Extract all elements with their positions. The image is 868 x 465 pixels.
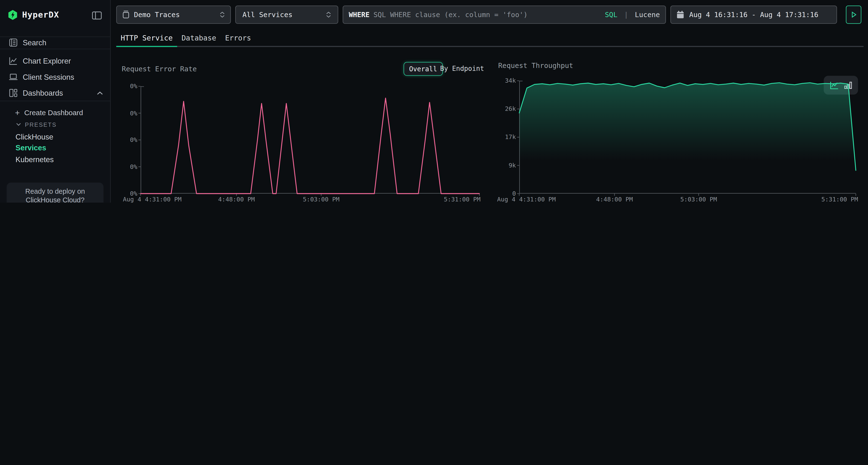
create-dashboard-button[interactable]: + Create Dashboard [0, 108, 111, 117]
service-tabs: HTTP Service Database Errors [116, 32, 863, 47]
brand-name: HyperDX [22, 10, 59, 20]
where-input[interactable]: WHERE SQL WHERE clause (ex. column = 'fo… [343, 5, 666, 24]
y-tick-label: 9k [508, 162, 516, 169]
select-chevrons-icon [326, 11, 331, 18]
tab-errors[interactable]: Errors [221, 32, 255, 46]
y-tick-label: 17k [505, 133, 516, 141]
sidebar-item-kubernetes[interactable]: Kubernetes [0, 155, 111, 164]
y-axis: 34k26k17k9k0 [497, 81, 519, 194]
sidebar-item-dashboards[interactable]: Dashboards [0, 86, 111, 100]
lucene-mode-toggle[interactable]: Lucene [635, 10, 660, 19]
x-tick-label: 4:48:00 PM [218, 196, 255, 203]
sidebar-item-label: Client Sessions [23, 73, 74, 81]
clickhouse-cloud-promo: Ready to deploy on ClickHouse Cloud? Get… [7, 182, 104, 203]
database-icon [122, 10, 129, 19]
source-select[interactable]: Demo Traces [116, 5, 231, 24]
error-rate-chart[interactable]: 0%0%0%0%0%Aug 4 4:31:00 PM4:48:00 PM5:03… [123, 86, 480, 203]
sidebar-item-label: Chart Explorer [23, 57, 71, 65]
sidebar-item-chart-explorer[interactable]: Chart Explorer [0, 54, 111, 68]
service-select-value: All Services [243, 10, 292, 19]
laptop-icon [8, 72, 18, 82]
error-rate-panel-title: Request Error Rate [122, 65, 197, 73]
sidebar-item-search[interactable]: Search [0, 35, 111, 50]
dashboards-icon [8, 88, 18, 98]
date-range-picker[interactable]: Aug 4 16:31:16 - Aug 4 17:31:16 [670, 5, 837, 24]
chevron-up-icon[interactable] [97, 91, 103, 95]
service-select[interactable]: All Services [235, 5, 338, 24]
play-icon [851, 11, 856, 18]
tab-http-service[interactable]: HTTP Service [116, 32, 177, 46]
divider [0, 101, 111, 101]
sidebar-item-services[interactable]: Services [0, 143, 111, 152]
hyperdx-logo-icon [8, 10, 18, 20]
x-tick-label: Aug 4 4:31:00 PM [497, 196, 556, 203]
x-axis: Aug 4 4:31:00 PM4:48:00 PM5:03:00 PM5:31… [497, 196, 858, 203]
x-tick-label: Aug 4 4:31:00 PM [123, 196, 182, 203]
where-placeholder: SQL WHERE clause (ex. column = 'foo') [373, 10, 601, 19]
run-query-button[interactable] [846, 5, 861, 24]
y-tick-label: 0% [130, 163, 137, 170]
mode-divider: | [621, 10, 631, 19]
where-keyword: WHERE [349, 10, 369, 19]
divider [0, 49, 111, 49]
plus-icon: + [15, 108, 20, 117]
throughput-panel-title: Request Throughput [498, 61, 573, 70]
y-tick-label: 0% [130, 110, 137, 117]
plot-area[interactable] [519, 81, 856, 194]
tab-database[interactable]: Database [177, 32, 221, 46]
search-journal-icon [8, 38, 18, 47]
x-tick-label: 5:31:00 PM [822, 196, 858, 203]
source-select-value: Demo Traces [134, 10, 180, 19]
chevron-down-icon [16, 123, 21, 126]
sidebar-item-client-sessions[interactable]: Client Sessions [0, 70, 111, 84]
y-tick-label: 0% [130, 82, 137, 90]
by-endpoint-toggle[interactable]: By Endpoint [440, 65, 484, 72]
calendar-icon [677, 10, 684, 19]
y-tick-label: 0% [130, 136, 137, 143]
sidebar-item-clickhouse[interactable]: ClickHouse [0, 132, 111, 141]
sql-mode-toggle[interactable]: SQL [605, 10, 618, 19]
y-tick-label: 26k [505, 105, 516, 112]
throughput-chart[interactable]: 34k26k17k9k0Aug 4 4:31:00 PM4:48:00 PM5:… [497, 81, 858, 203]
overall-toggle-button[interactable]: Overall [404, 62, 443, 76]
sidebar-collapse-icon[interactable] [92, 11, 102, 20]
y-tick-label: 34k [505, 77, 516, 84]
x-tick-label: 5:31:00 PM [444, 196, 480, 203]
date-range-value: Aug 4 16:31:16 - Aug 4 17:31:16 [689, 10, 818, 19]
brand[interactable]: HyperDX [8, 10, 59, 20]
plot-area[interactable] [141, 86, 479, 194]
presets-group-toggle[interactable]: PRESETS [0, 121, 111, 128]
select-chevrons-icon [220, 11, 225, 18]
promo-line1: Ready to deploy on [7, 188, 104, 196]
x-tick-label: 5:03:00 PM [303, 196, 340, 203]
y-axis: 0%0%0%0%0% [123, 86, 141, 194]
x-axis: Aug 4 4:31:00 PM4:48:00 PM5:03:00 PM5:31… [123, 196, 480, 203]
x-tick-label: 5:03:00 PM [680, 196, 717, 203]
x-tick-label: 4:48:00 PM [596, 196, 633, 203]
chart-explorer-icon [8, 56, 18, 66]
sidebar-item-label: Dashboards [23, 89, 63, 97]
sidebar-item-label: Search [23, 38, 46, 47]
promo-line2: ClickHouse Cloud? [7, 196, 104, 203]
sidebar: HyperDX Search Chart Explorer [0, 0, 111, 203]
app-root: HyperDX Search Chart Explorer [0, 0, 868, 203]
